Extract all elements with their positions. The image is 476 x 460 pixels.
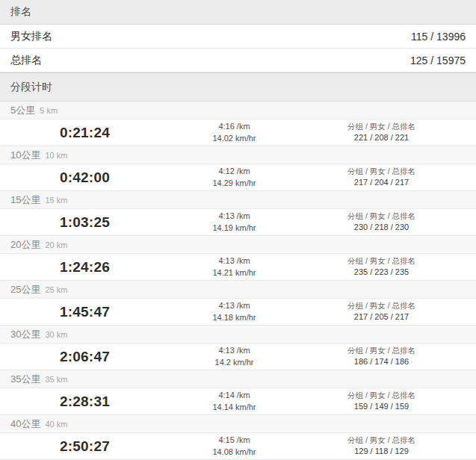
split-distance-km: 35 km xyxy=(45,375,67,384)
splits-section-title: 分段计时 xyxy=(10,81,52,94)
split-pace: 4:16 /km xyxy=(170,121,299,133)
split-ranks-column: 分组 / 男女 / 总排名 235 / 223 / 235 xyxy=(299,255,476,279)
split-ranks-column: 分组 / 男女 / 总排名 221 / 208 / 221 xyxy=(299,121,476,144)
split-distance-name: 5公里 xyxy=(10,104,35,117)
split-distance-km: 40 km xyxy=(45,420,67,429)
split-distance-header: 35公里 35 km xyxy=(0,370,476,388)
split-distance-name: 25公里 xyxy=(10,283,40,296)
split-time: 1:45:47 xyxy=(0,304,170,320)
split-distance-header: 40公里 40 km xyxy=(0,415,476,433)
split-data-row: 0:21:24 4:16 /km 14.02 km/hr 分组 / 男女 / 总… xyxy=(0,119,476,146)
split-data-row: 1:24:26 4:13 /km 14.21 km/hr 分组 / 男女 / 总… xyxy=(0,254,476,281)
split-ranks-column: 分组 / 男女 / 总排名 217 / 204 / 217 xyxy=(299,166,476,189)
split-pace-column: 4:13 /km 14.19 km/hr xyxy=(170,211,299,234)
split-ranks-caption: 分组 / 男女 / 总排名 xyxy=(299,121,464,132)
split-data-row: 2:06:47 4:13 /km 14.2 km/hr 分组 / 男女 / 总排… xyxy=(0,344,476,370)
split-distance-header: 20公里 20 km xyxy=(0,236,476,254)
split-item: 10公里 10 km 0:42:00 4:12 /km 14.29 km/hr … xyxy=(0,146,476,191)
ranking-row: 总排名 125 / 15975 xyxy=(0,49,476,72)
split-distance-name: 10公里 xyxy=(10,149,40,162)
split-ranks-values: 217 / 204 / 217 xyxy=(299,177,464,189)
ranking-rows: 男女排名 115 / 13996 总排名 125 / 15975 xyxy=(0,25,476,72)
split-distance-header: 25公里 25 km xyxy=(0,281,476,299)
split-ranks-caption: 分组 / 男女 / 总排名 xyxy=(299,345,464,356)
split-pace: 4:14 /km xyxy=(170,390,299,402)
split-ranks-column: 分组 / 男女 / 总排名 230 / 218 / 230 xyxy=(299,211,476,234)
split-pace-column: 4:13 /km 14.18 km/hr xyxy=(170,300,299,324)
split-distance-km: 10 km xyxy=(45,151,67,160)
split-speed: 14.19 km/hr xyxy=(170,223,299,234)
split-distance-header: 15公里 15 km xyxy=(0,191,476,209)
split-ranks-values: 159 / 149 / 159 xyxy=(299,401,464,413)
split-item: 15公里 15 km 1:03:25 4:13 /km 14.19 km/hr … xyxy=(0,191,476,236)
splits-section-header: 分段计时 xyxy=(0,72,476,102)
split-ranks-values: 235 / 223 / 235 xyxy=(299,267,464,279)
ranking-row-label: 男女排名 xyxy=(10,30,52,43)
split-ranks-caption: 分组 / 男女 / 总排名 xyxy=(299,255,464,267)
split-distance-km: 25 km xyxy=(45,285,67,294)
split-time: 2:06:47 xyxy=(0,349,170,365)
split-item: 20公里 20 km 1:24:26 4:13 /km 14.21 km/hr … xyxy=(0,236,476,281)
split-distance-header: 5公里 5 km xyxy=(0,102,476,119)
split-ranks-values: 186 / 174 / 186 xyxy=(299,356,464,368)
split-distance-km: 30 km xyxy=(45,330,67,339)
split-pace-column: 4:13 /km 14.2 km/hr xyxy=(170,345,299,369)
split-speed: 14.02 km/hr xyxy=(170,133,299,145)
split-time: 1:24:26 xyxy=(0,259,170,276)
split-distance-name: 35公里 xyxy=(10,373,40,386)
split-item: 40公里 40 km 2:50:27 4:15 /km 14.08 km/hr … xyxy=(0,415,476,460)
ranking-section: 排名 男女排名 115 / 13996 总排名 125 / 15975 xyxy=(0,0,476,72)
split-rows: 5公里 5 km 0:21:24 4:16 /km 14.02 km/hr 分组… xyxy=(0,102,476,460)
split-item: 25公里 25 km 1:45:47 4:13 /km 14.18 km/hr … xyxy=(0,281,476,326)
split-speed: 14.08 km/hr xyxy=(170,447,299,459)
split-item: 35公里 35 km 2:28:31 4:14 /km 14.14 km/hr … xyxy=(0,370,476,415)
split-speed: 14.29 km/hr xyxy=(170,178,299,190)
split-distance-km: 5 km xyxy=(40,106,58,115)
split-ranks-caption: 分组 / 男女 / 总排名 xyxy=(299,435,464,446)
split-time: 2:50:27 xyxy=(0,438,170,455)
split-distance-km: 15 km xyxy=(45,196,67,205)
split-pace: 4:12 /km xyxy=(170,166,299,178)
ranking-row-value: 125 / 15975 xyxy=(410,55,466,66)
splits-section: 分段计时 5公里 5 km 0:21:24 4:16 /km 14.02 km/… xyxy=(0,72,476,460)
split-ranks-values: 129 / 118 / 129 xyxy=(299,446,464,458)
split-ranks-values: 221 / 208 / 221 xyxy=(299,132,464,144)
split-ranks-column: 分组 / 男女 / 总排名 217 / 205 / 217 xyxy=(299,300,476,323)
split-ranks-caption: 分组 / 男女 / 总排名 xyxy=(299,166,464,177)
ranking-row: 男女排名 115 / 13996 xyxy=(0,25,476,49)
split-distance-km: 20 km xyxy=(45,240,67,249)
ranking-section-title: 排名 xyxy=(10,5,31,19)
split-pace-column: 4:14 /km 14.14 km/hr xyxy=(170,390,299,414)
ranking-section-header: 排名 xyxy=(0,0,476,25)
split-pace-column: 4:13 /km 14.21 km/hr xyxy=(170,255,299,279)
split-data-row: 0:42:00 4:12 /km 14.29 km/hr 分组 / 男女 / 总… xyxy=(0,164,476,191)
split-time: 2:28:31 xyxy=(0,394,170,410)
split-data-row: 1:03:25 4:13 /km 14.19 km/hr 分组 / 男女 / 总… xyxy=(0,209,476,236)
ranking-row-label: 总排名 xyxy=(10,54,42,67)
split-data-row: 2:28:31 4:14 /km 14.14 km/hr 分组 / 男女 / 总… xyxy=(0,388,476,415)
split-distance-name: 30公里 xyxy=(10,328,40,341)
split-distance-header: 10公里 10 km xyxy=(0,146,476,164)
split-pace: 4:13 /km xyxy=(170,211,299,223)
split-data-row: 2:50:27 4:15 /km 14.08 km/hr 分组 / 男女 / 总… xyxy=(0,433,476,460)
split-ranks-values: 217 / 205 / 217 xyxy=(299,311,464,323)
split-distance-name: 40公里 xyxy=(10,417,40,431)
race-results-panel: 排名 男女排名 115 / 13996 总排名 125 / 15975 分段计时… xyxy=(0,0,476,460)
split-pace-column: 4:15 /km 14.08 km/hr xyxy=(170,435,299,459)
split-ranks-column: 分组 / 男女 / 总排名 186 / 174 / 186 xyxy=(299,345,476,368)
split-distance-name: 20公里 xyxy=(10,238,40,252)
split-ranks-column: 分组 / 男女 / 总排名 129 / 118 / 129 xyxy=(299,435,476,458)
split-pace-column: 4:12 /km 14.29 km/hr xyxy=(170,166,299,190)
split-pace: 4:15 /km xyxy=(170,435,299,447)
split-speed: 14.2 km/hr xyxy=(170,357,299,369)
ranking-row-value: 115 / 13996 xyxy=(411,31,466,43)
split-pace: 4:13 /km xyxy=(170,300,299,312)
split-time: 0:42:00 xyxy=(0,170,170,186)
split-time: 0:21:24 xyxy=(0,125,170,141)
split-ranks-caption: 分组 / 男女 / 总排名 xyxy=(299,300,464,311)
split-time: 1:03:25 xyxy=(0,214,170,231)
split-speed: 14.18 km/hr xyxy=(170,312,299,324)
split-ranks-caption: 分组 / 男女 / 总排名 xyxy=(299,211,464,222)
split-data-row: 1:45:47 4:13 /km 14.18 km/hr 分组 / 男女 / 总… xyxy=(0,299,476,326)
split-ranks-column: 分组 / 男女 / 总排名 159 / 149 / 159 xyxy=(299,390,476,413)
